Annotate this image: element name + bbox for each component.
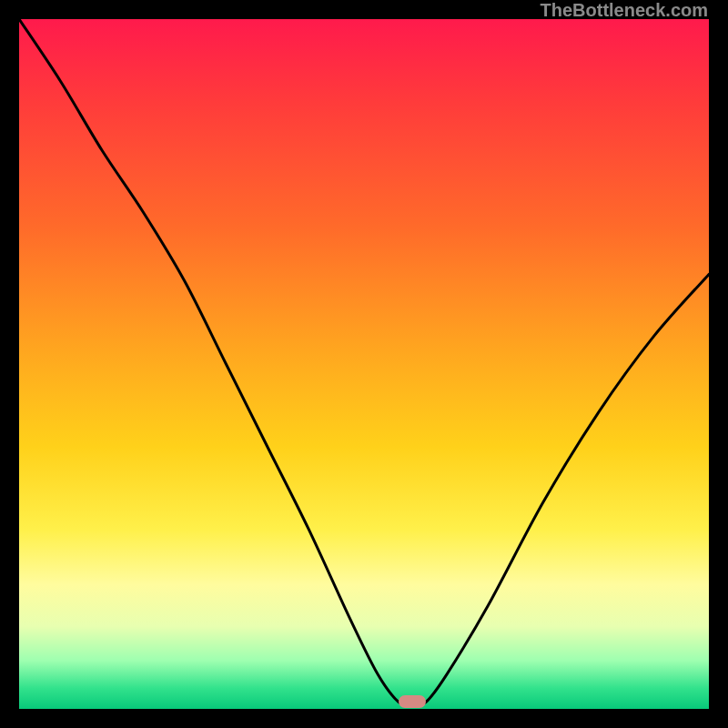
gradient-background <box>19 19 709 709</box>
chart-frame: TheBottleneck.com <box>0 0 728 728</box>
watermark-text: TheBottleneck.com <box>541 0 708 21</box>
plot-area <box>19 19 709 709</box>
optimal-point-marker <box>399 695 426 708</box>
